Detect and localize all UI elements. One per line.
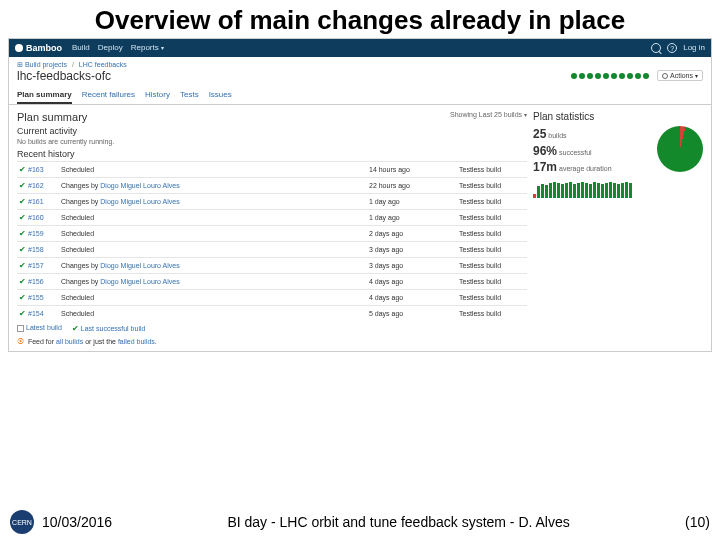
build-link[interactable]: #158	[28, 246, 44, 253]
feed-row: ⦿ Feed for all builds or just the failed…	[17, 336, 527, 347]
build-when: 4 days ago	[367, 289, 457, 305]
build-result: Testless build	[457, 273, 527, 289]
nav-reports[interactable]: Reports ▾	[131, 43, 164, 52]
spark-bar	[545, 185, 548, 198]
build-link[interactable]: #162	[28, 182, 44, 189]
spark-bar	[553, 182, 556, 198]
spark-bar	[625, 182, 628, 198]
tab-tests[interactable]: Tests	[180, 87, 199, 104]
check-icon: ✔	[19, 181, 26, 190]
spark-bar	[605, 183, 608, 198]
checkbox-icon	[17, 325, 24, 332]
spark-bar	[613, 183, 616, 198]
stats-numbers: 25 builds 96% successful 17m average dur…	[533, 126, 612, 176]
rss-icon: ⦿	[17, 338, 24, 345]
build-result: Testless build	[457, 193, 527, 209]
build-link[interactable]: #159	[28, 230, 44, 237]
breadcrumb: ⊞ Build projects / LHC feedbacks	[9, 57, 711, 69]
showing-filter[interactable]: Showing Last 25 builds ▾	[450, 111, 527, 118]
nav-build[interactable]: Build	[72, 43, 90, 52]
actions-button[interactable]: Actions ▾	[657, 70, 703, 81]
spark-bar	[617, 184, 620, 198]
build-link[interactable]: #160	[28, 214, 44, 221]
top-nav: Bamboo Build Deploy Reports ▾ ? Log in	[9, 39, 711, 57]
actions-label: Actions	[670, 72, 693, 79]
spark-bar	[601, 184, 604, 198]
success-pie-chart	[657, 126, 703, 172]
recent-history-heading: Recent history	[17, 149, 527, 159]
build-link[interactable]: #157	[28, 262, 44, 269]
spark-bar	[565, 183, 568, 198]
feed-failed-link[interactable]: failed builds	[118, 338, 155, 345]
check-icon: ✔	[19, 213, 26, 222]
bamboo-logo-icon	[15, 44, 23, 52]
spark-bar	[549, 183, 552, 198]
tab-bar: Plan summary Recent failures History Tes…	[9, 87, 711, 105]
build-when: 2 days ago	[367, 225, 457, 241]
table-row: ✔#155Scheduled4 days agoTestless build	[17, 289, 527, 305]
brand[interactable]: Bamboo	[15, 43, 62, 53]
build-result: Testless build	[457, 257, 527, 273]
check-icon: ✔	[19, 309, 26, 318]
table-row: ✔#162Changes by Diogo Miguel Louro Alves…	[17, 177, 527, 193]
chevron-down-icon: ▾	[524, 112, 527, 118]
check-icon: ✔	[19, 293, 26, 302]
status-dot-icon	[571, 73, 577, 79]
footer-center: BI day - LHC orbit and tune feedback sys…	[136, 514, 661, 530]
tab-recent-failures[interactable]: Recent failures	[82, 87, 135, 104]
user-link[interactable]: Diogo Miguel Louro Alves	[100, 262, 179, 269]
crumb-projects[interactable]: Build projects	[25, 61, 67, 68]
nav-deploy[interactable]: Deploy	[98, 43, 123, 52]
build-result: Testless build	[457, 241, 527, 257]
plan-statistics-heading: Plan statistics	[533, 111, 703, 122]
last-success-link[interactable]: ✔Last successful build	[72, 324, 146, 333]
check-icon: ✔	[19, 197, 26, 206]
table-row: ✔#163Scheduled14 hours agoTestless build	[17, 161, 527, 177]
plan-icon: ⊞	[17, 61, 23, 68]
spark-bar	[609, 182, 612, 198]
help-icon[interactable]: ?	[667, 43, 677, 53]
login-link[interactable]: Log in	[683, 43, 705, 52]
spark-bar	[557, 183, 560, 198]
build-link[interactable]: #154	[28, 310, 44, 317]
slide-title: Overview of main changes already in plac…	[0, 0, 720, 38]
build-link[interactable]: #155	[28, 294, 44, 301]
build-when: 22 hours ago	[367, 177, 457, 193]
tab-issues[interactable]: Issues	[209, 87, 232, 104]
spark-bar	[593, 182, 596, 198]
table-row: ✔#160Scheduled1 day agoTestless build	[17, 209, 527, 225]
no-builds-note: No builds are currently running.	[17, 138, 527, 145]
spark-bar	[569, 182, 572, 198]
current-activity-heading: Current activity	[17, 126, 527, 136]
build-result: Testless build	[457, 161, 527, 177]
build-result: Testless build	[457, 289, 527, 305]
table-row: ✔#156Changes by Diogo Miguel Louro Alves…	[17, 273, 527, 289]
gear-icon	[662, 73, 668, 79]
build-when: 3 days ago	[367, 257, 457, 273]
nav-reports-label: Reports	[131, 43, 159, 52]
search-icon[interactable]	[651, 43, 661, 53]
build-result: Testless build	[457, 225, 527, 241]
chevron-down-icon: ▾	[161, 45, 164, 51]
check-icon: ✔	[19, 261, 26, 270]
brand-label: Bamboo	[26, 43, 62, 53]
crumb-plan[interactable]: LHC feedbacks	[79, 61, 127, 68]
build-when: 3 days ago	[367, 241, 457, 257]
build-link[interactable]: #161	[28, 198, 44, 205]
check-icon: ✔	[19, 229, 26, 238]
build-result: Testless build	[457, 305, 527, 321]
chevron-down-icon: ▾	[695, 72, 698, 79]
build-when: 1 day ago	[367, 193, 457, 209]
build-link[interactable]: #156	[28, 278, 44, 285]
feed-all-link[interactable]: all builds	[56, 338, 83, 345]
spark-bar	[541, 184, 544, 198]
latest-build-link[interactable]: Latest build	[17, 324, 62, 333]
tab-history[interactable]: History	[145, 87, 170, 104]
build-link[interactable]: #163	[28, 166, 44, 173]
plan-summary-heading: Plan summary Showing Last 25 builds ▾	[17, 111, 527, 123]
build-when: 1 day ago	[367, 209, 457, 225]
user-link[interactable]: Diogo Miguel Louro Alves	[100, 198, 179, 205]
user-link[interactable]: Diogo Miguel Louro Alves	[100, 278, 179, 285]
user-link[interactable]: Diogo Miguel Louro Alves	[100, 182, 179, 189]
tab-plan-summary[interactable]: Plan summary	[17, 87, 72, 104]
